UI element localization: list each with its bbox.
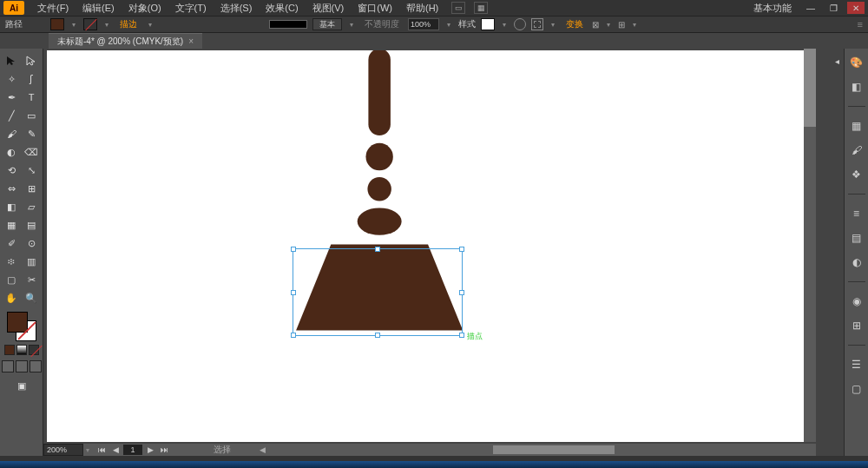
zoom-tool[interactable]: 🔍	[22, 289, 41, 307]
direct-selection-tool[interactable]	[22, 52, 41, 69]
arrange-icon[interactable]: ▦	[474, 2, 488, 14]
eyedropper-tool[interactable]: ✐	[2, 234, 21, 252]
layout-icon[interactable]: ▭	[451, 2, 465, 14]
control-menu-icon[interactable]: ≡	[858, 19, 863, 30]
brushes-panel-icon[interactable]: 🖌	[848, 142, 865, 159]
color-picker[interactable]	[7, 312, 36, 341]
fill-swatch[interactable]	[50, 18, 64, 30]
expand-dock-icon[interactable]: ◂	[832, 56, 842, 66]
hscroll-left-button[interactable]: ◀	[257, 445, 267, 455]
stroke-link[interactable]: 描边	[116, 18, 141, 30]
stroke-weight-dropdown-icon[interactable]: ▾	[146, 21, 155, 29]
width-tool[interactable]: ⇔	[2, 180, 21, 197]
slice-tool[interactable]: ✂	[22, 271, 41, 288]
align-icon[interactable]	[531, 18, 543, 30]
prev-artboard-button[interactable]: ◀	[109, 445, 122, 455]
color-none-icon[interactable]	[29, 345, 39, 355]
sel-handle-sw[interactable]	[291, 333, 296, 338]
fill-color-swatch[interactable]	[7, 312, 28, 333]
pencil-tool[interactable]: ✎	[22, 125, 41, 142]
rectangle-tool[interactable]: ▭	[22, 107, 41, 124]
stroke-panel-icon[interactable]: ≡	[848, 205, 865, 222]
menu-window[interactable]: 窗口(W)	[353, 0, 397, 16]
more-icon[interactable]: ⊞	[618, 20, 625, 30]
artboards-panel-icon[interactable]: ▢	[848, 380, 865, 398]
horizontal-scroll-thumb[interactable]	[493, 445, 615, 454]
sel-handle-w[interactable]	[291, 290, 296, 295]
vertical-scrollbar[interactable]	[804, 49, 816, 442]
draw-inside-icon[interactable]	[30, 360, 42, 372]
zoom-dropdown-icon[interactable]: ▾	[83, 446, 92, 454]
lasso-tool[interactable]: ʃ	[22, 70, 41, 88]
last-artboard-button[interactable]: ⏭	[158, 445, 170, 455]
shape-circle-2[interactable]	[367, 177, 391, 201]
document-tab-close-icon[interactable]: ×	[188, 36, 194, 46]
menu-type[interactable]: 文字(T)	[171, 0, 211, 16]
close-button[interactable]: ✕	[847, 2, 865, 14]
shape-builder-tool[interactable]: ◧	[2, 198, 21, 215]
menu-object[interactable]: 对象(O)	[124, 0, 166, 16]
swatches-panel-icon[interactable]: ▦	[848, 117, 865, 135]
menu-select[interactable]: 选择(S)	[216, 0, 257, 16]
isolate-icon[interactable]: ⊠	[592, 20, 599, 30]
color-panel-icon[interactable]: 🎨	[848, 54, 865, 71]
opacity-link[interactable]: 不透明度	[361, 18, 403, 30]
rotate-tool[interactable]: ⟲	[2, 161, 21, 179]
menu-help[interactable]: 帮助(H)	[402, 0, 443, 16]
gradient-tool[interactable]: ▤	[22, 216, 41, 234]
shape-ellipse[interactable]	[358, 208, 402, 234]
screen-mode-icon[interactable]: ▣	[12, 378, 31, 393]
workspace-switcher[interactable]: 基本功能	[753, 2, 792, 15]
mesh-tool[interactable]: ▦	[2, 216, 21, 234]
document-tab[interactable]: 未标题-4* @ 200% (CMYK/预览) ×	[49, 33, 202, 49]
type-tool[interactable]: T	[22, 89, 41, 106]
sel-handle-n[interactable]	[375, 247, 380, 252]
selection-bounding-box[interactable]	[293, 248, 463, 336]
maximize-button[interactable]: ❐	[825, 2, 842, 14]
graphic-styles-panel-icon[interactable]: ⊞	[848, 317, 865, 334]
next-artboard-button[interactable]: ▶	[144, 445, 156, 455]
appearance-panel-icon[interactable]: ◉	[848, 293, 865, 310]
brush-preview[interactable]	[269, 20, 307, 29]
transparency-panel-icon[interactable]: ◐	[848, 254, 865, 271]
magic-wand-tool[interactable]: ✧	[2, 70, 21, 88]
brush-style-dropdown[interactable]: 基本	[312, 18, 342, 30]
hand-tool[interactable]: ✋	[2, 289, 21, 307]
pen-tool[interactable]: ✒	[2, 89, 21, 106]
fill-dropdown-icon[interactable]: ▾	[69, 21, 78, 29]
recolor-icon[interactable]	[514, 18, 526, 30]
menu-view[interactable]: 视图(V)	[308, 0, 349, 16]
paintbrush-tool[interactable]: 🖌	[2, 125, 21, 142]
scale-tool[interactable]: ⤡	[22, 161, 41, 179]
sel-handle-se[interactable]	[459, 333, 464, 338]
symbols-panel-icon[interactable]: ❖	[848, 166, 865, 183]
artboard-tool[interactable]: ▢	[2, 271, 21, 288]
first-artboard-button[interactable]: ⏮	[95, 445, 108, 455]
sel-handle-ne[interactable]	[459, 247, 464, 252]
zoom-field[interactable]: 200%	[43, 444, 83, 456]
blend-tool[interactable]: ⊙	[22, 234, 41, 252]
draw-behind-icon[interactable]	[16, 360, 28, 372]
sel-handle-s[interactable]	[375, 333, 380, 338]
opacity-field[interactable]: 100%	[408, 18, 439, 30]
minimize-button[interactable]: —	[802, 2, 819, 14]
line-tool[interactable]: ╱	[2, 107, 21, 124]
gradient-panel-icon[interactable]: ▤	[848, 229, 865, 247]
layers-panel-icon[interactable]: ☰	[848, 356, 865, 373]
sel-handle-e[interactable]	[459, 290, 464, 295]
draw-normal-icon[interactable]	[2, 360, 14, 372]
perspective-tool[interactable]: ▱	[22, 198, 41, 215]
stroke-swatch[interactable]	[83, 18, 97, 30]
menu-effect[interactable]: 效果(C)	[261, 0, 302, 16]
color-gradient-icon[interactable]	[16, 345, 27, 355]
symbol-sprayer-tool[interactable]: ፨	[2, 253, 21, 270]
color-guide-panel-icon[interactable]: ◧	[848, 78, 865, 96]
vertical-scroll-thumb[interactable]	[804, 49, 816, 127]
shape-rounded-bar[interactable]	[368, 50, 390, 135]
color-solid-icon[interactable]	[4, 345, 15, 355]
free-transform-tool[interactable]: ⊞	[22, 180, 41, 197]
selection-tool[interactable]	[2, 52, 21, 69]
menu-file[interactable]: 文件(F)	[33, 0, 73, 16]
menu-edit[interactable]: 编辑(E)	[78, 0, 119, 16]
style-swatch[interactable]	[481, 18, 495, 30]
